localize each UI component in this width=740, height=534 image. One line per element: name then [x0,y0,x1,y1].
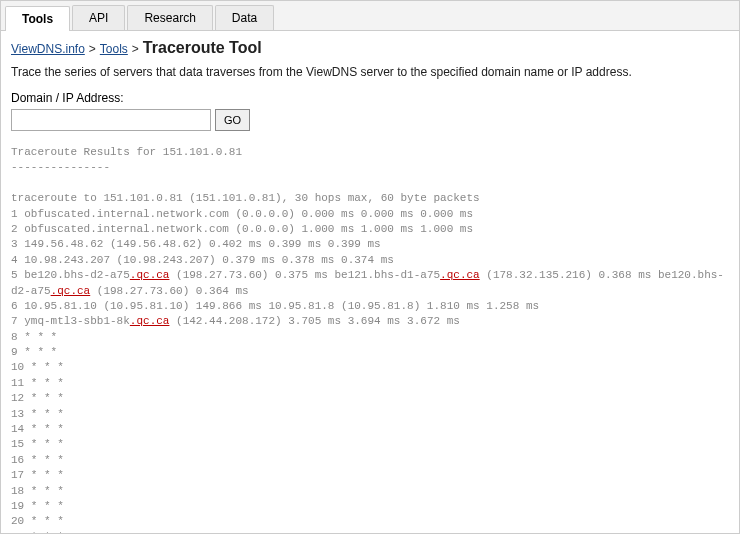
page-title: Traceroute Tool [143,39,262,56]
tab-bar: Tools API Research Data [1,1,739,31]
tab-research[interactable]: Research [127,5,212,30]
breadcrumb: ViewDNS.info>Tools>Traceroute Tool [11,39,729,57]
main-content: ViewDNS.info>Tools>Traceroute Tool Trace… [1,31,739,534]
input-label: Domain / IP Address: [11,91,729,105]
domain-input[interactable] [11,109,211,131]
tab-data[interactable]: Data [215,5,274,30]
input-row: GO [11,109,729,131]
go-button[interactable]: GO [215,109,250,131]
breadcrumb-section[interactable]: Tools [100,42,128,56]
tab-api[interactable]: API [72,5,125,30]
traceroute-results: Traceroute Results for 151.101.0.81 ----… [11,145,729,534]
description-text: Trace the series of servers that data tr… [11,65,729,79]
tab-tools[interactable]: Tools [5,6,70,31]
breadcrumb-root[interactable]: ViewDNS.info [11,42,85,56]
